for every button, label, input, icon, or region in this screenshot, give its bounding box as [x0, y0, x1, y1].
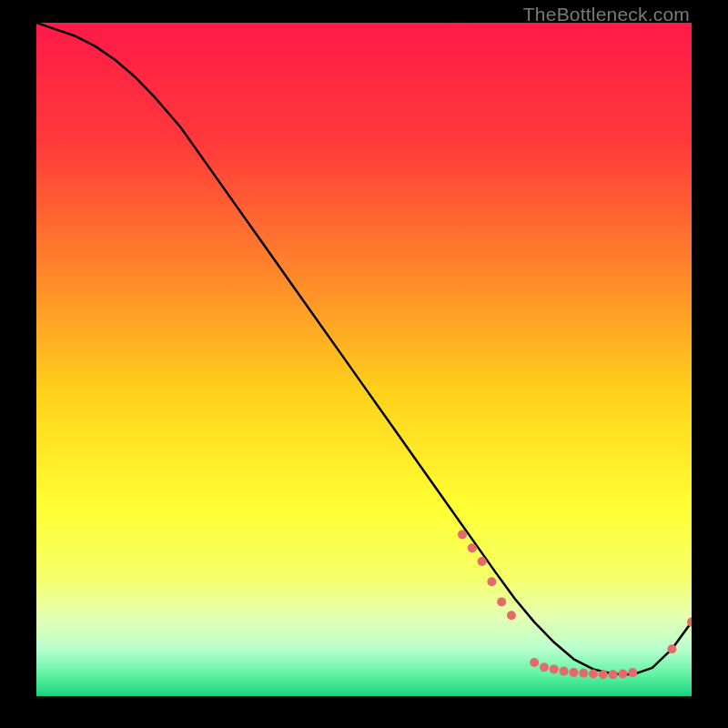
chart-plot-area — [36, 23, 692, 696]
data-point — [478, 557, 487, 566]
data-point — [507, 611, 516, 620]
data-point — [609, 670, 618, 679]
data-point — [589, 670, 598, 679]
data-point — [599, 670, 608, 679]
data-point — [497, 597, 506, 606]
data-point — [550, 664, 559, 673]
chart-background — [36, 23, 692, 696]
data-point — [579, 669, 588, 678]
data-point — [569, 668, 578, 677]
chart-svg — [36, 23, 692, 696]
data-point — [540, 662, 549, 672]
data-point — [618, 670, 627, 679]
data-point — [667, 644, 676, 653]
data-point — [487, 577, 496, 586]
chart-stage: TheBottleneck.com — [0, 0, 728, 728]
data-point — [628, 668, 637, 677]
data-point — [560, 667, 569, 676]
data-point — [530, 658, 539, 667]
data-point — [468, 543, 477, 552]
data-point — [458, 530, 467, 539]
